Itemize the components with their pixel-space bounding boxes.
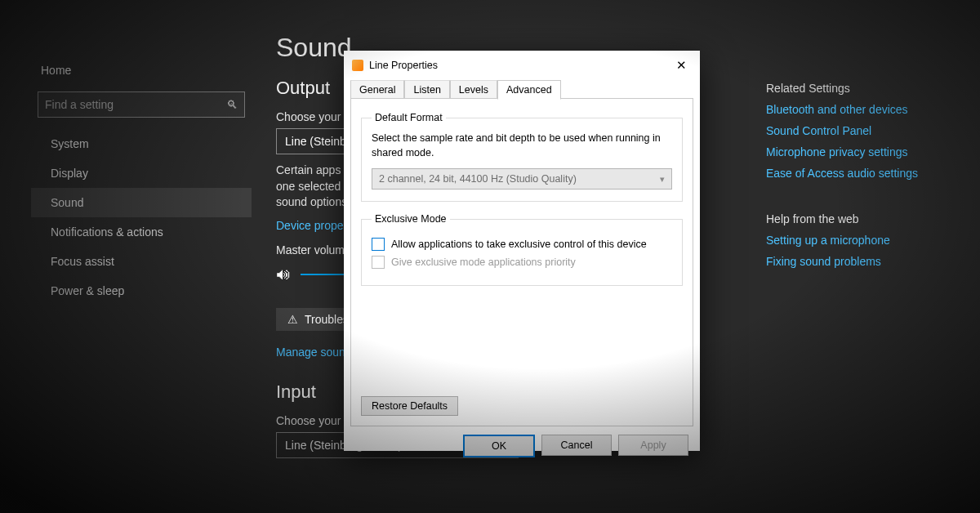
sample-rate-select[interactable]: 2 channel, 24 bit, 44100 Hz (Studio Qual… [372,168,672,190]
tab-advanced[interactable]: Advanced [497,80,561,100]
help-link-fix-sound[interactable]: Fixing sound problems [766,255,980,268]
exclusive-priority-label: Give exclusive mode applications priorit… [391,256,576,268]
exclusive-mode-legend: Exclusive Mode [372,213,450,225]
nav-item-sound[interactable]: Sound [31,188,252,217]
default-format-group: Default Format Select the sample rate an… [361,112,683,202]
restore-defaults-button[interactable]: Restore Defaults [361,396,458,416]
warning-icon: ⚠ [287,313,298,326]
exclusive-priority-checkbox [372,256,385,269]
speaker-icon: 🔊︎ [276,266,291,283]
search-placeholder: Find a setting [45,98,114,111]
exclusive-priority-checkbox-row: Give exclusive mode applications priorit… [372,256,672,269]
nav-item-notifications[interactable]: Notifications & actions [31,217,252,247]
tab-general[interactable]: General [350,80,404,100]
search-input[interactable]: Find a setting 🔍︎ [38,91,245,118]
default-format-desc: Select the sample rate and bit depth to … [372,132,672,160]
close-button[interactable]: ✕ [671,58,692,73]
dialog-titlebar: Line Properties ✕ [344,51,700,79]
tab-listen[interactable]: Listen [404,80,449,100]
nav-item-focus-assist[interactable]: Focus assist [31,247,252,276]
help-heading: Help from the web [766,212,980,225]
related-link-ease-of-access[interactable]: Ease of Access audio settings [766,167,980,180]
sound-device-icon [352,60,363,71]
apply-button: Apply [618,435,688,456]
related-settings: Related Settings Bluetooth and other dev… [766,82,980,276]
exclusive-control-checkbox-row[interactable]: Allow applications to take exclusive con… [372,238,672,251]
nav-home[interactable]: Home [31,57,252,83]
tab-levels[interactable]: Levels [450,80,497,100]
default-format-legend: Default Format [372,112,446,123]
dialog-button-row: OK Cancel Apply [344,426,700,467]
dialog-title: Line Properties [369,60,438,71]
tab-panel-advanced: Default Format Select the sample rate an… [350,98,693,426]
help-link-mic-setup[interactable]: Setting up a microphone [766,234,980,247]
related-link-mic-privacy[interactable]: Microphone privacy settings [766,145,980,158]
sample-rate-value: 2 channel, 24 bit, 44100 Hz (Studio Qual… [379,173,577,185]
nav-item-system[interactable]: System [31,129,252,158]
nav-item-display[interactable]: Display [31,158,252,188]
exclusive-control-checkbox[interactable] [372,238,385,251]
chevron-down-icon: ▾ [660,174,665,185]
settings-nav: Home Find a setting 🔍︎ System Display So… [31,0,252,513]
line-properties-dialog: Line Properties ✕ General Listen Levels … [344,51,700,451]
output-device-value: Line (Steinb [285,135,346,148]
exclusive-control-label: Allow applications to take exclusive con… [391,239,647,250]
ok-button[interactable]: OK [463,435,535,457]
dialog-tabs: General Listen Levels Advanced [350,79,693,99]
search-icon: 🔍︎ [226,98,238,111]
nav-item-power-sleep[interactable]: Power & sleep [31,276,252,306]
cancel-button[interactable]: Cancel [541,435,612,456]
related-link-sound-control-panel[interactable]: Sound Control Panel [766,124,980,137]
related-link-bluetooth[interactable]: Bluetooth and other devices [766,103,980,116]
exclusive-mode-group: Exclusive Mode Allow applications to tak… [361,213,683,286]
related-heading: Related Settings [766,82,980,95]
